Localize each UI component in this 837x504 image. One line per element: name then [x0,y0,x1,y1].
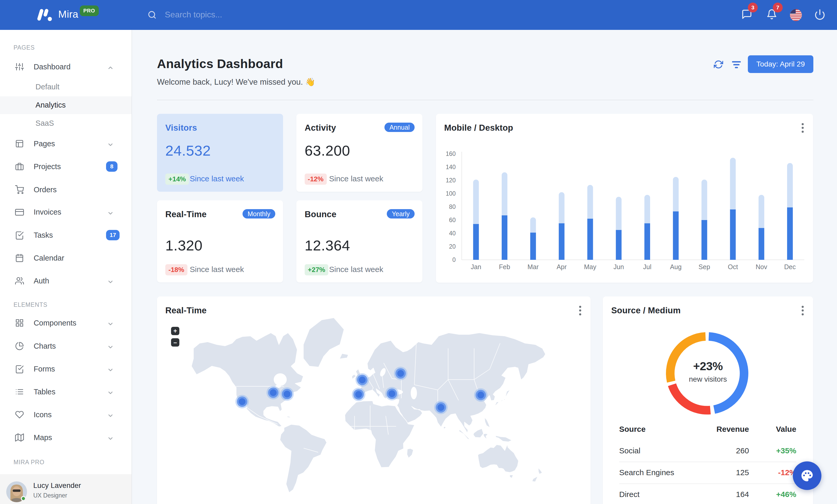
svg-text:160: 160 [446,150,456,157]
svg-text:120: 120 [446,177,456,184]
svg-text:40: 40 [449,230,456,237]
svg-text:Sep: Sep [698,263,710,270]
svg-text:60: 60 [449,217,456,223]
svg-text:Apr: Apr [556,263,567,270]
svg-text:100: 100 [446,190,456,197]
svg-text:Mar: Mar [528,263,539,270]
svg-text:Aug: Aug [670,263,681,270]
svg-text:May: May [584,263,596,270]
svg-text:Jun: Jun [613,263,624,270]
svg-text:Jan: Jan [471,263,481,270]
svg-text:Nov: Nov [755,263,767,270]
svg-text:Feb: Feb [499,263,510,270]
svg-text:80: 80 [449,203,456,210]
svg-text:20: 20 [449,243,456,250]
svg-text:Jul: Jul [643,263,652,270]
svg-text:140: 140 [446,164,456,170]
svg-text:Dec: Dec [784,263,796,270]
svg-text:Oct: Oct [728,263,738,270]
svg-text:0: 0 [452,257,456,263]
